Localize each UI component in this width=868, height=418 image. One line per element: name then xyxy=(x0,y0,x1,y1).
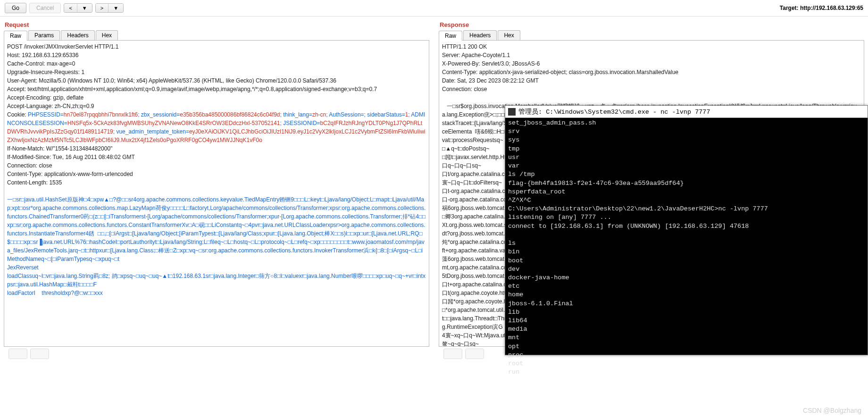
terminal-body[interactable]: set_jboss_admin_pass.sh srv sys tmp usr … xyxy=(505,118,868,378)
cookie-v1: hn70el87rpqqbhhi7bnnxlk1ft6 xyxy=(64,111,138,118)
cookie-v2: e35b356ba485000086bf86824c6c04f9d xyxy=(180,111,280,118)
tab-response-raw[interactable]: Raw xyxy=(439,31,462,41)
cookie-v5: HNSFq5x-5CkAzk83fvgMWBSUhyZVNANewO8KkE4S… xyxy=(67,120,280,126)
next-menu-icon[interactable]: ▼ xyxy=(108,4,123,12)
cancel-button[interactable]: Cancel xyxy=(29,3,61,13)
tab-response-headers[interactable]: Headers xyxy=(463,30,497,40)
top-toolbar: Go Cancel < ▼ > ▼ Target: http://192.168… xyxy=(0,0,868,17)
cmd-icon xyxy=(508,108,516,116)
prev-button[interactable]: < xyxy=(64,4,77,12)
terminal-title: 管理员: C:\Windows\System32\cmd.exe - nc -l… xyxy=(518,108,710,116)
cookie-k1: PHPSESSID= xyxy=(28,111,64,118)
prev-menu-icon[interactable]: ▼ xyxy=(77,4,92,12)
request-body[interactable]: POST /invoker/JMXInvokerServlet HTTP/1.1… xyxy=(4,40,429,347)
watermark: CSDN @Bolgzhang xyxy=(803,407,861,414)
response-tabs: Raw Headers Hex xyxy=(439,30,864,40)
cookie-k3: ; think_lang= xyxy=(280,111,312,118)
request-headers-text: POST /invoker/JMXInvokerServlet HTTP/1.1… xyxy=(7,43,377,109)
request-payload-text: 一□sr□java.util.HashSet原版神□4□xpw▲□?@□□sr4… xyxy=(7,196,426,296)
tab-response-hex[interactable]: Hex xyxy=(498,30,520,40)
cookie-k6: ; JSESSIONID= xyxy=(280,120,320,126)
request-tail-text: If-None-Match: W/"1554-1313484482000" If… xyxy=(7,145,135,186)
tab-request-raw[interactable]: Raw xyxy=(4,31,27,41)
target-label: Target: http://192.168.63.129:65 xyxy=(780,5,863,11)
terminal-titlebar[interactable]: 管理员: C:\Windows\System32\cmd.exe - nc -l… xyxy=(505,106,868,118)
terminal-window[interactable]: 管理员: C:\Windows\System32\cmd.exe - nc -l… xyxy=(505,105,868,355)
next-nav-group: > ▼ xyxy=(95,3,124,13)
panels: Request Raw Params Headers Hex POST /inv… xyxy=(0,17,868,365)
cookie-k7: ; vue_admin_template_token= xyxy=(113,128,189,135)
next-button[interactable]: > xyxy=(96,4,108,12)
request-panel: Request Raw Params Headers Hex POST /inv… xyxy=(0,17,433,365)
request-footer-btn-1[interactable] xyxy=(8,349,27,359)
cookie-k4: ; AuthSession=; sidebarStatus= xyxy=(326,111,405,118)
cookie-v3: zh-cn xyxy=(312,111,326,118)
request-title: Request xyxy=(4,18,429,30)
request-footer-btn-2[interactable] xyxy=(30,349,49,359)
response-footer-btn-2[interactable] xyxy=(465,349,484,359)
tab-request-headers[interactable]: Headers xyxy=(61,30,94,40)
cookie-label: Cookie: xyxy=(7,111,28,118)
cookie-k2: ; zbx_sessionid= xyxy=(138,111,180,118)
response-title: Response xyxy=(439,18,864,30)
prev-nav-group: < ▼ xyxy=(64,3,92,13)
request-footer xyxy=(4,347,429,361)
tab-request-params[interactable]: Params xyxy=(28,30,60,40)
go-button[interactable]: Go xyxy=(5,3,26,13)
request-tabs: Raw Params Headers Hex xyxy=(4,30,429,40)
tab-request-hex[interactable]: Hex xyxy=(96,30,118,40)
response-footer-btn-1[interactable] xyxy=(443,349,462,359)
